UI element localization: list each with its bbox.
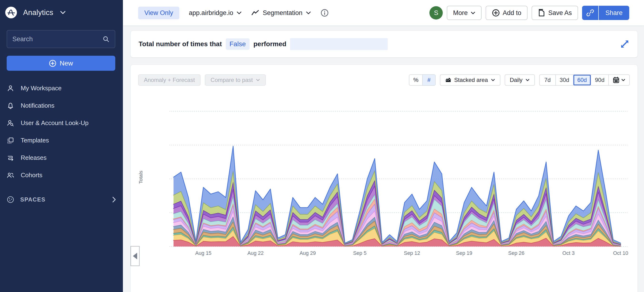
share-split-button: Share xyxy=(582,6,629,20)
area-series-12 xyxy=(174,171,621,244)
search-icon xyxy=(102,36,110,43)
area-series-13 xyxy=(174,146,621,244)
info-icon[interactable] xyxy=(320,9,329,17)
sidebar-search[interactable] xyxy=(7,30,115,48)
chevron-right-icon xyxy=(112,196,116,203)
sidebar-item-releases[interactable]: Releases xyxy=(0,149,123,166)
chart-svg[interactable]: TotalsAug 15Aug 22Aug 29Sep 5Sep 12Sep 1… xyxy=(130,65,638,292)
line-series-13 xyxy=(174,146,621,243)
link-icon xyxy=(586,9,594,17)
search-input[interactable] xyxy=(12,36,102,43)
subject-chip[interactable]: False xyxy=(226,38,250,50)
chart-title-card: Total number of times that False perform… xyxy=(130,31,638,58)
copy-link-button[interactable] xyxy=(582,6,599,20)
x-tick-label: Oct 3 xyxy=(562,250,574,256)
project-dropdown[interactable]: app.airbridge.io xyxy=(189,9,242,17)
releases-icon xyxy=(7,154,14,162)
sidebar-item-templates[interactable]: Templates xyxy=(0,132,123,149)
new-button[interactable]: New xyxy=(7,56,115,71)
title-verb: performed xyxy=(254,40,286,48)
event-chip-redacted[interactable] xyxy=(290,38,388,50)
expand-button[interactable] xyxy=(619,38,630,50)
more-button[interactable]: More xyxy=(447,6,482,20)
x-tick-label: Aug 22 xyxy=(248,250,264,256)
user-search-icon xyxy=(7,120,14,127)
bell-icon xyxy=(7,102,14,109)
product-name: Analytics xyxy=(23,8,53,17)
chevron-down-icon xyxy=(470,12,476,14)
sidebar-item-user-account-lookup[interactable]: User & Account Look-Up xyxy=(0,114,123,132)
top-header: View Only app.airbridge.io Segmentation … xyxy=(123,0,644,26)
amplitude-logo-icon xyxy=(5,7,17,18)
spaces-icon xyxy=(7,196,14,204)
line-series-10 xyxy=(174,186,621,244)
collapse-panel-handle[interactable] xyxy=(130,246,140,266)
sidebar: Analytics New My Workspace xyxy=(0,0,123,292)
x-tick-label: Sep 26 xyxy=(508,250,524,256)
x-tick-label: Sep 19 xyxy=(456,250,472,256)
sidebar-nav: My Workspace Notifications User & Accoun… xyxy=(0,80,123,184)
plus-circle-icon xyxy=(492,9,500,17)
save-as-button[interactable]: Save As xyxy=(532,6,578,20)
chevron-down-icon xyxy=(306,11,311,14)
view-only-badge: View Only xyxy=(138,7,179,19)
x-tick-label: Sep 12 xyxy=(404,250,420,256)
x-tick-label: Aug 15 xyxy=(195,250,212,256)
plus-circle-icon xyxy=(49,60,56,67)
chevron-down-icon xyxy=(60,11,66,14)
add-to-button[interactable]: Add to xyxy=(486,6,528,20)
x-tick-label: Aug 29 xyxy=(300,250,316,256)
sidebar-item-cohorts[interactable]: Cohorts xyxy=(0,166,123,184)
area-series-9 xyxy=(174,194,621,245)
title-prefix: Total number of times that xyxy=(138,40,222,48)
chevron-down-icon xyxy=(236,11,242,14)
sidebar-item-my-workspace[interactable]: My Workspace xyxy=(0,80,123,97)
trend-line-icon xyxy=(251,10,259,16)
y-axis-label: Totals xyxy=(138,171,144,184)
x-tick-label: Oct 10 xyxy=(613,250,628,256)
expand-icon xyxy=(620,39,630,49)
sidebar-item-spaces[interactable]: SPACES xyxy=(0,190,123,209)
line-series-12 xyxy=(174,171,621,244)
user-icon xyxy=(7,85,14,92)
workspace-switcher[interactable]: Analytics xyxy=(5,7,66,18)
chart-card: Anomaly + Forecast Compare to past % # S… xyxy=(130,65,638,292)
cohorts-icon xyxy=(7,172,14,179)
area-series-10 xyxy=(174,186,621,245)
template-icon xyxy=(7,137,14,144)
analysis-type-dropdown[interactable]: Segmentation xyxy=(251,9,311,17)
line-series-9 xyxy=(174,194,621,245)
copy-icon xyxy=(538,9,546,17)
x-tick-label: Sep 5 xyxy=(353,250,366,256)
avatar[interactable]: S xyxy=(430,6,443,20)
sidebar-item-notifications[interactable]: Notifications xyxy=(0,97,123,114)
collapse-left-icon xyxy=(133,253,137,259)
chart-title: Total number of times that False perform… xyxy=(138,31,388,58)
share-button[interactable]: Share xyxy=(599,6,629,20)
